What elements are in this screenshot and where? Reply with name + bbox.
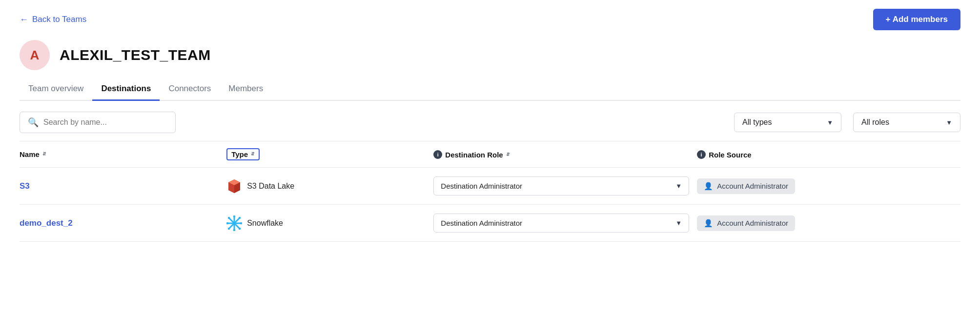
search-input[interactable] [43, 118, 151, 127]
role-source-badge: 👤 Account Administrator [697, 178, 795, 194]
info-icon: i [697, 150, 706, 159]
tab-bar: Team overview Destinations Connectors Me… [20, 79, 960, 101]
tab-members[interactable]: Members [220, 79, 272, 101]
svg-point-14 [239, 216, 241, 218]
tab-destinations[interactable]: Destinations [92, 79, 160, 101]
snowflake-icon [226, 215, 242, 231]
role-source-label: Account Administrator [717, 182, 788, 190]
chevron-down-icon: ▼ [827, 119, 833, 126]
back-to-teams-link[interactable]: ← Back to Teams [20, 15, 86, 25]
back-to-teams-label: Back to Teams [32, 15, 86, 24]
sort-icon[interactable]: ⇵ [251, 152, 255, 156]
type-cell: Snowflake [226, 215, 426, 231]
svg-point-9 [233, 229, 235, 231]
svg-point-12 [228, 216, 230, 218]
team-name: ALEXIL_TEST_TEAM [60, 47, 211, 63]
col-header-role-source: i Role Source [697, 141, 960, 168]
svg-point-13 [239, 227, 241, 229]
type-filter-dropdown[interactable]: All types ▼ [734, 113, 841, 132]
type-label: S3 Data Lake [247, 182, 294, 191]
table-row: S3 S3 Data Lake Destination Administrato… [20, 168, 960, 205]
s3-icon [226, 178, 242, 194]
role-filter-label: All roles [861, 118, 889, 127]
chevron-down-icon: ▼ [675, 219, 682, 227]
destination-role-value: Destination Administrator [441, 182, 522, 190]
destination-role-value: Destination Administrator [441, 219, 522, 227]
type-cell: S3 Data Lake [226, 178, 426, 194]
tab-team-overview[interactable]: Team overview [20, 79, 92, 101]
chevron-down-icon: ▼ [675, 182, 682, 190]
destination-link[interactable]: S3 [20, 181, 30, 191]
role-source-label: Account Administrator [717, 219, 788, 227]
add-members-button[interactable]: + Add members [873, 9, 960, 30]
destinations-table: Name ⇵ Type ⇵ [20, 141, 960, 242]
person-icon: 👤 [704, 219, 713, 228]
tab-connectors[interactable]: Connectors [160, 79, 220, 101]
team-header: A ALEXIL_TEST_TEAM [20, 35, 960, 79]
destination-role-dropdown[interactable]: Destination Administrator ▼ [433, 214, 689, 233]
role-filter-dropdown[interactable]: All roles ▼ [853, 113, 960, 132]
filters-row: 🔍 All types ▼ All roles ▼ [20, 101, 960, 138]
col-header-type: Type ⇵ [226, 141, 433, 168]
back-arrow-icon: ← [20, 15, 28, 25]
avatar: A [20, 40, 50, 70]
type-col-box[interactable]: Type ⇵ [226, 148, 260, 160]
search-box: 🔍 [20, 112, 176, 133]
person-icon: 👤 [704, 182, 713, 191]
sort-icon[interactable]: ⇵ [506, 153, 510, 157]
col-header-dest-role: i Destination Role ⇵ [433, 141, 697, 168]
col-header-name: Name ⇵ [20, 141, 226, 168]
destination-link[interactable]: demo_dest_2 [20, 218, 73, 228]
sort-icon[interactable]: ⇵ [42, 152, 46, 156]
search-icon: 🔍 [28, 117, 39, 128]
destination-role-dropdown[interactable]: Destination Administrator ▼ [433, 176, 689, 195]
avatar-letter: A [30, 48, 40, 63]
svg-point-8 [233, 215, 235, 217]
table-row: demo_dest_2 Snowflake Destina [20, 205, 960, 242]
type-label: Snowflake [247, 219, 283, 228]
top-bar: ← Back to Teams + Add members [20, 0, 960, 35]
svg-point-15 [228, 227, 230, 229]
chevron-down-icon: ▼ [946, 119, 952, 126]
add-members-label: + Add members [886, 15, 948, 24]
info-icon: i [433, 150, 442, 159]
svg-point-11 [240, 222, 242, 224]
svg-point-10 [226, 222, 228, 224]
type-filter-label: All types [742, 118, 772, 127]
role-source-badge: 👤 Account Administrator [697, 215, 795, 231]
